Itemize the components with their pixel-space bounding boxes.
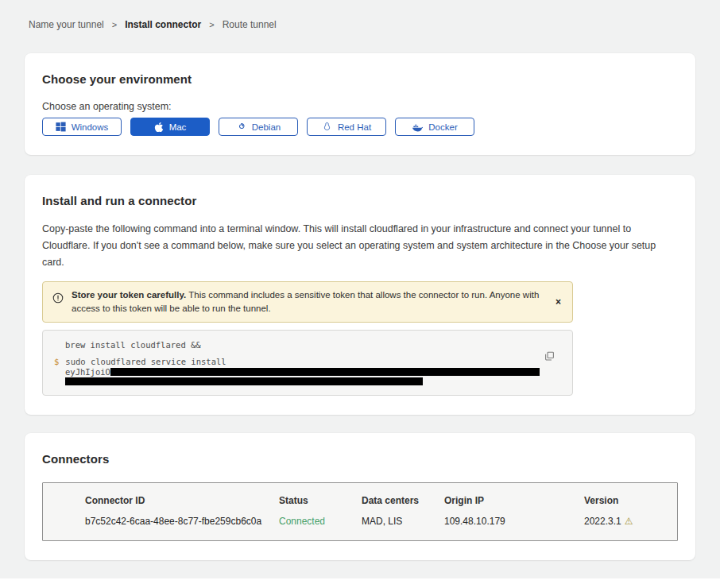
col-header-status: Status [279, 495, 362, 506]
breadcrumb-name-your-tunnel[interactable]: Name your tunnel [29, 19, 104, 30]
connectors-card-title: Connectors [42, 452, 678, 466]
shell-prompt: $ [54, 357, 59, 366]
token-warning-title: Store your token carefully. [72, 290, 186, 300]
environment-card-title: Choose your environment [42, 72, 678, 86]
col-header-connector-id: Connector ID [85, 495, 279, 506]
col-header-origin-ip: Origin IP [444, 495, 584, 506]
breadcrumb: Name your tunnel > Install connector > R… [0, 0, 720, 30]
col-header-data-centers: Data centers [362, 495, 444, 506]
info-circle-icon [52, 292, 64, 307]
os-button-debian[interactable]: Debian [219, 118, 298, 136]
os-button-mac[interactable]: Mac [130, 118, 210, 136]
os-button-docker[interactable]: Docker [395, 118, 474, 136]
apple-logo-icon [154, 122, 164, 133]
breadcrumb-install-connector[interactable]: Install connector [125, 19, 201, 30]
install-card-description: Copy-paste the following command into a … [42, 221, 678, 271]
os-button-label: Mac [169, 122, 187, 132]
close-icon[interactable]: × [554, 296, 563, 308]
code-line-sudo: sudo cloudflared service install [65, 357, 226, 366]
os-button-label: Windows [72, 122, 109, 132]
breadcrumb-separator: > [209, 20, 214, 29]
version-number: 2022.3.1 [584, 516, 621, 527]
os-button-group: Windows Mac Debian Red Hat [42, 118, 678, 136]
os-button-label: Debian [252, 122, 281, 132]
token-warning-banner: Store your token carefully. This command… [42, 281, 573, 323]
connectors-table: Connector ID Status Data centers Origin … [42, 482, 678, 541]
docker-logo-icon [412, 122, 423, 132]
install-command-codeblock[interactable]: brew install cloudflared && $ sudo cloud… [42, 330, 573, 396]
redacted-token-bar [110, 368, 540, 376]
os-button-label: Red Hat [338, 122, 371, 132]
version-warning-icon: ⚠ [625, 516, 633, 527]
page-background: Name your tunnel > Install connector > R… [0, 0, 720, 578]
windows-logo-icon [56, 122, 66, 132]
debian-logo-icon [236, 122, 246, 132]
redacted-token-bar [65, 377, 423, 385]
token-prefix: eyJhIjoiO [65, 367, 110, 377]
breadcrumb-route-tunnel[interactable]: Route tunnel [223, 19, 277, 30]
os-button-redhat[interactable]: Red Hat [307, 118, 386, 136]
connector-id-value: b7c52c42-6caa-48ee-8c77-fbe259cb6c0a [85, 516, 279, 527]
copy-icon[interactable] [544, 351, 555, 364]
breadcrumb-separator: > [112, 20, 117, 29]
connector-status-value: Connected [279, 516, 362, 527]
connector-data-centers-value: MAD, LIS [362, 516, 444, 527]
connector-origin-ip-value: 109.48.10.179 [444, 516, 584, 527]
os-button-label: Docker [428, 122, 457, 132]
token-warning-text: Store your token carefully. This command… [72, 288, 546, 315]
os-button-windows[interactable]: Windows [42, 118, 122, 136]
install-card-title: Install and run a connector [42, 194, 678, 207]
connector-version-value: 2022.3.1⚠ [584, 516, 677, 527]
code-line-brew: brew install cloudflared && [54, 340, 561, 350]
environment-card: Choose your environment Choose an operat… [25, 53, 695, 155]
install-connector-card: Install and run a connector Copy-paste t… [25, 175, 695, 415]
redhat-logo-icon [322, 122, 332, 132]
connectors-card: Connectors Connector ID Status Data cent… [25, 433, 695, 560]
col-header-version: Version [584, 495, 677, 506]
os-select-label: Choose an operating system: [42, 101, 678, 112]
